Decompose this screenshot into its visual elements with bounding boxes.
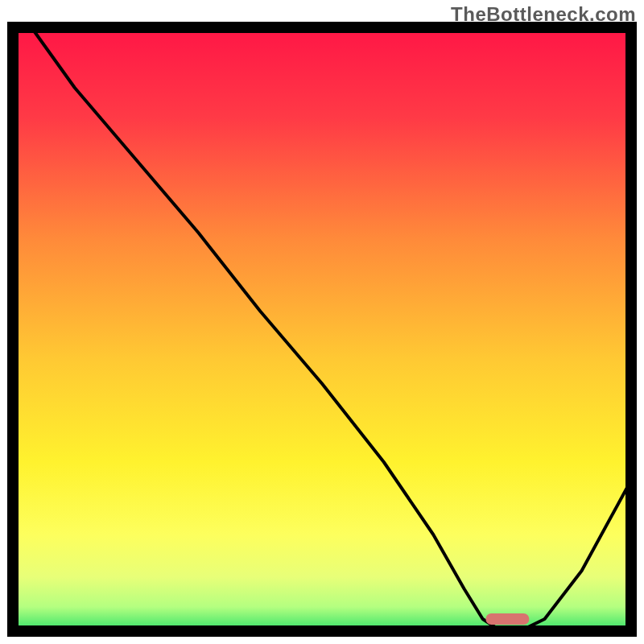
chart-frame: TheBottleneck.com <box>0 0 644 644</box>
bottleneck-chart <box>0 0 644 644</box>
plot-area <box>13 27 631 631</box>
gradient-background <box>13 27 631 631</box>
optimal-marker <box>485 613 529 625</box>
